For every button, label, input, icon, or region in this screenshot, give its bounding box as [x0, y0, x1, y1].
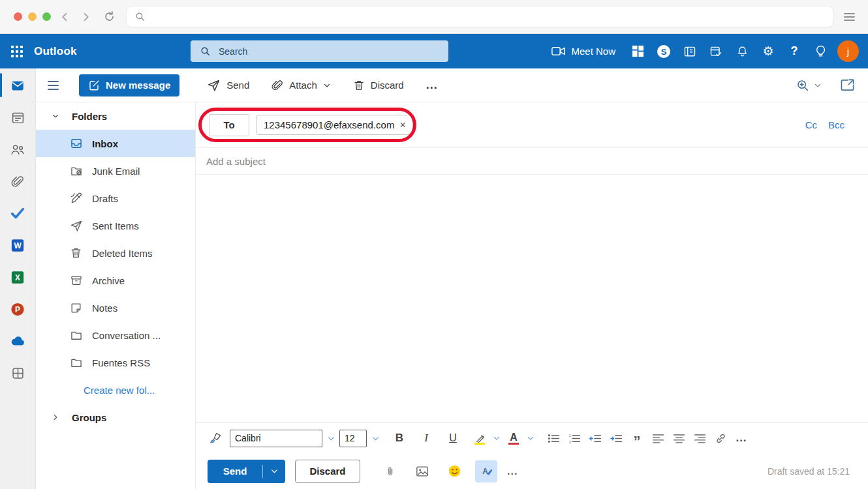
onedrive-icon[interactable] — [10, 334, 25, 348]
window-controls — [14, 12, 51, 21]
insert-image-icon[interactable] — [411, 460, 433, 482]
junk-folder-icon — [70, 164, 83, 177]
chevron-down-icon[interactable] — [491, 434, 502, 442]
meet-now-button[interactable]: Meet Now — [551, 46, 615, 57]
font-size-select[interactable]: 12 — [339, 430, 367, 447]
cc-link[interactable]: Cc — [805, 119, 817, 130]
outlook-window: Outlook Search Meet Now S — [0, 0, 868, 489]
sidebar-item-fuentes-rss[interactable]: Fuentes RSS — [36, 349, 195, 376]
bold-button[interactable]: B — [389, 428, 410, 449]
highlight-color-button[interactable] — [471, 430, 488, 447]
groups-header[interactable]: Groups — [36, 404, 195, 431]
sidebar-item-deleted-items[interactable]: Deleted Items — [36, 239, 195, 267]
reload-icon[interactable] — [103, 10, 116, 23]
align-left-icon[interactable] — [647, 428, 668, 449]
attach-command[interactable]: Attach — [271, 79, 331, 92]
send-button[interactable]: Send — [208, 466, 262, 477]
search-box[interactable]: Search — [191, 40, 448, 62]
sidebar-item-drafts[interactable]: Drafts — [36, 185, 195, 212]
attachments-icon[interactable] — [10, 174, 25, 188]
collapse-pane-icon[interactable] — [48, 81, 59, 90]
send-options-chevron-icon[interactable] — [263, 467, 285, 475]
skype-icon[interactable]: S — [651, 38, 677, 65]
notebook-feed-icon[interactable] — [677, 38, 703, 65]
open-in-new-window-icon[interactable] — [840, 78, 855, 92]
svg-text:A: A — [482, 467, 488, 476]
chevron-down-icon[interactable] — [525, 434, 536, 442]
more-formatting-icon[interactable]: ... — [731, 428, 752, 449]
trash-icon — [70, 246, 83, 259]
more-apps-icon[interactable] — [10, 366, 25, 380]
chevron-down-icon[interactable] — [370, 434, 380, 443]
send-command[interactable]: Send — [207, 78, 249, 92]
remove-recipient-icon[interactable]: × — [399, 120, 405, 130]
recipient-chip[interactable]: 12345678901@efaxsend.com × — [256, 115, 412, 135]
sidebar-item-inbox[interactable]: Inbox — [36, 130, 195, 157]
insert-link-icon[interactable] — [710, 428, 731, 449]
zoom-control[interactable] — [796, 78, 822, 93]
todo-check-icon[interactable] — [10, 206, 25, 220]
to-button[interactable]: To — [209, 114, 249, 136]
message-body[interactable] — [196, 175, 868, 422]
trash-icon — [353, 79, 365, 92]
minimize-window-button[interactable] — [28, 12, 37, 21]
back-icon[interactable] — [59, 11, 71, 23]
excel-icon[interactable]: X — [10, 270, 25, 284]
sidebar-item-conversation[interactable]: Conversation ... — [36, 321, 195, 349]
send-split-button[interactable]: Send — [208, 460, 285, 483]
calendar-icon[interactable] — [10, 110, 25, 125]
format-painter-icon[interactable] — [205, 428, 226, 449]
outdent-icon[interactable] — [585, 428, 606, 449]
discard-button[interactable]: Discard — [295, 460, 360, 483]
font-color-button[interactable]: A — [505, 430, 522, 447]
people-icon[interactable] — [10, 142, 25, 156]
settings-gear-icon[interactable]: ⚙ — [755, 38, 781, 65]
quote-icon[interactable]: ” — [627, 428, 647, 449]
close-window-button[interactable] — [14, 12, 22, 21]
user-avatar[interactable]: j — [837, 40, 859, 62]
sidebar-item-junk-email[interactable]: Junk Email — [36, 157, 195, 185]
chevron-down-icon — [814, 82, 822, 89]
tips-lightbulb-icon[interactable] — [807, 38, 833, 65]
folders-header[interactable]: Folders — [36, 102, 195, 130]
tiles-icon[interactable] — [625, 38, 651, 65]
emoji-icon[interactable] — [443, 460, 465, 482]
draw-ink-icon[interactable]: A — [475, 460, 497, 482]
more-options-icon[interactable]: ... — [507, 466, 518, 477]
discard-command[interactable]: Discard — [353, 79, 404, 92]
new-message-button[interactable]: New message — [79, 74, 179, 96]
sidebar-item-sent-items[interactable]: Sent Items — [36, 212, 195, 239]
mail-icon[interactable] — [10, 78, 25, 93]
maximize-window-button[interactable] — [42, 12, 51, 21]
svg-text:S: S — [661, 46, 667, 56]
align-center-icon[interactable] — [668, 428, 689, 449]
chevron-down-icon — [323, 82, 331, 89]
underline-button[interactable]: U — [442, 428, 463, 449]
italic-button[interactable]: I — [416, 428, 437, 449]
align-right-icon[interactable] — [689, 428, 710, 449]
sidebar-item-notes[interactable]: Notes — [36, 294, 195, 321]
chevron-down-icon[interactable] — [326, 434, 336, 443]
help-icon[interactable]: ? — [781, 38, 807, 65]
create-new-folder-link[interactable]: Create new fol... — [36, 376, 195, 404]
more-commands-icon[interactable]: ... — [426, 78, 438, 92]
attach-file-icon[interactable] — [379, 460, 401, 482]
font-name-select[interactable]: Calibri — [230, 430, 322, 447]
forward-icon[interactable] — [80, 11, 91, 23]
bullet-list-icon[interactable] — [543, 428, 564, 449]
numbered-list-icon[interactable]: 12 — [564, 428, 585, 449]
word-icon[interactable]: W — [10, 238, 25, 252]
indent-icon[interactable] — [606, 428, 627, 449]
app-launcher-icon[interactable] — [11, 46, 23, 57]
search-icon — [200, 46, 211, 57]
sidebar-item-archive[interactable]: Archive — [36, 267, 195, 294]
font-color-swatch — [508, 443, 519, 445]
subject-input[interactable] — [206, 156, 670, 167]
notifications-bell-icon[interactable] — [729, 38, 755, 65]
compose-icon — [88, 80, 100, 91]
powerpoint-icon[interactable]: P — [10, 302, 25, 316]
bcc-link[interactable]: Bcc — [828, 119, 845, 130]
calendar-check-icon[interactable] — [703, 38, 729, 65]
address-bar[interactable] — [126, 6, 833, 27]
browser-menu-icon[interactable] — [844, 13, 855, 21]
